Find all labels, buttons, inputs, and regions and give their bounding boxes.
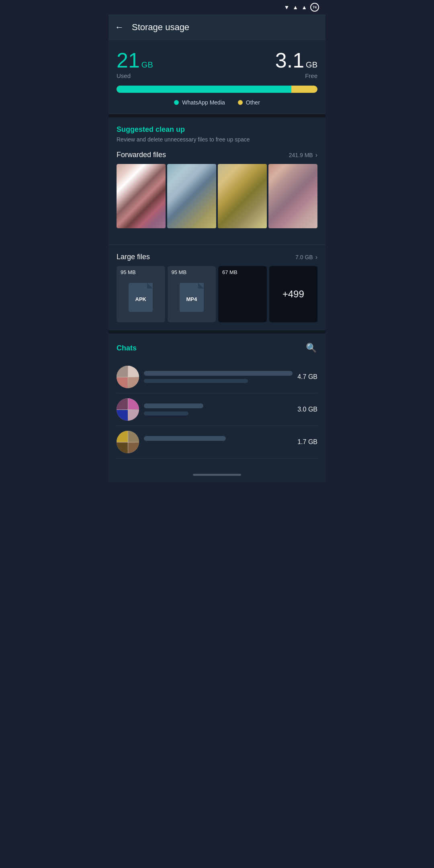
suggested-cleanup-section: Suggested clean up Review and delete unn…	[108, 117, 326, 244]
chat-info-1	[144, 371, 293, 383]
forwarded-image-2[interactable]	[167, 164, 216, 228]
storage-used: 21 GB Used	[117, 50, 153, 79]
free-number: 3.1	[275, 50, 304, 71]
legend-dot-other	[238, 100, 243, 105]
large-file-tile-3[interactable]: 67 MB	[218, 266, 267, 322]
signal-icon-2: ▲	[301, 4, 307, 10]
divider-2	[108, 330, 326, 334]
chat-info-2	[144, 403, 293, 416]
large-files-title: Large files	[117, 253, 150, 261]
back-button[interactable]: ←	[115, 22, 124, 33]
chat-size-2: 3.0 GB	[297, 406, 317, 413]
chat-sub-bar-2	[144, 411, 188, 416]
divider-1	[108, 114, 326, 117]
large-file-tile-apk[interactable]: 95 MB APK	[117, 266, 165, 322]
storage-progress-bar	[117, 86, 317, 93]
large-files-size: 7.0 GB ›	[295, 254, 317, 261]
suggested-cleanup-desc: Review and delete unnecessary files to f…	[117, 136, 317, 143]
large-file-more-tile[interactable]: +499	[269, 266, 318, 322]
storage-numbers: 21 GB Used 3.1 GB Free	[117, 50, 317, 79]
file-size-3: 67 MB	[222, 269, 237, 275]
file-size-apk: 95 MB	[121, 269, 136, 275]
used-label: Used	[117, 72, 131, 79]
chat-sub-bar-1	[144, 379, 248, 383]
chats-title: Chats	[117, 344, 137, 352]
large-file-tile-mp4[interactable]: 95 MB MP4	[168, 266, 216, 322]
chat-avatar-2	[117, 398, 139, 421]
status-bar: ▼ ▲ ▲ 74	[108, 0, 326, 14]
legend-other-label: Other	[246, 99, 260, 106]
file-size-mp4: 95 MB	[172, 269, 187, 275]
more-count-badge: +499	[283, 289, 304, 300]
chats-section: Chats 🔍 4.7 GB 3.0 GB	[108, 334, 326, 467]
legend-dot-media	[174, 100, 179, 105]
legend-media: WhatsApp Media	[174, 99, 225, 106]
legend-media-label: WhatsApp Media	[182, 99, 225, 106]
storage-free: 3.1 GB Free	[275, 50, 317, 79]
chat-name-bar-1	[144, 371, 293, 376]
forwarded-images-grid[interactable]	[117, 164, 317, 228]
chat-item-1[interactable]: 4.7 GB	[117, 361, 317, 393]
chat-item-2[interactable]: 3.0 GB	[117, 393, 317, 426]
large-files-section: Large files 7.0 GB › 95 MB APK 95 MB MP4…	[108, 244, 326, 330]
progress-used	[117, 86, 291, 93]
chat-size-1: 4.7 GB	[297, 373, 317, 381]
large-files-header[interactable]: Large files 7.0 GB ›	[117, 253, 317, 261]
storage-overview: 21 GB Used 3.1 GB Free WhatsApp Media Ot…	[108, 40, 326, 114]
page-title: Storage usage	[132, 22, 189, 33]
chat-avatar-3	[117, 431, 139, 453]
used-unit: GB	[141, 60, 153, 70]
free-label: Free	[305, 72, 317, 79]
mp4-file-icon: MP4	[180, 283, 204, 312]
search-icon: 🔍	[306, 343, 317, 353]
legend-row: WhatsApp Media Other	[117, 99, 317, 106]
forwarded-files-title: Forwarded files	[117, 151, 166, 159]
chat-item-3[interactable]: 1.7 GB	[117, 426, 317, 459]
forwarded-files-size: 241.9 MB ›	[289, 151, 317, 159]
chat-name-bar-3	[144, 436, 226, 441]
used-number: 21	[117, 50, 140, 71]
suggested-cleanup-title: Suggested clean up	[117, 125, 317, 134]
chats-search-button[interactable]: 🔍	[305, 342, 317, 354]
chat-avatar-1	[117, 366, 139, 388]
chat-name-bar-2	[144, 403, 203, 408]
forwarded-image-4[interactable]	[268, 164, 317, 228]
large-files-chevron-icon: ›	[315, 254, 317, 261]
forwarded-files-header[interactable]: Forwarded files 241.9 MB ›	[117, 151, 317, 159]
nav-indicator	[193, 474, 241, 476]
battery-icon: 74	[310, 3, 319, 12]
chats-header: Chats 🔍	[117, 342, 317, 354]
forwarded-image-1[interactable]	[117, 164, 166, 228]
forwarded-image-3[interactable]	[218, 164, 267, 228]
top-bar: ← Storage usage	[108, 14, 326, 40]
signal-icon-1: ▲	[293, 4, 298, 10]
chat-size-3: 1.7 GB	[297, 438, 317, 446]
bottom-nav	[108, 467, 326, 483]
large-files-grid: 95 MB APK 95 MB MP4 67 MB +499	[117, 266, 317, 322]
chat-info-3	[144, 436, 293, 448]
chevron-right-icon: ›	[315, 151, 317, 159]
legend-other: Other	[238, 99, 260, 106]
free-unit: GB	[306, 60, 317, 70]
apk-file-icon: APK	[129, 283, 153, 312]
wifi-icon: ▼	[284, 4, 289, 10]
